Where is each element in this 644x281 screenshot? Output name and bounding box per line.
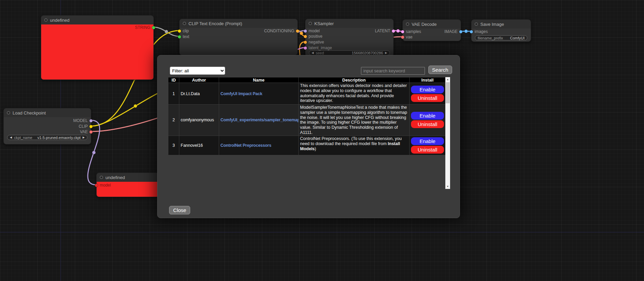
output-slot-image[interactable]: IMAGE [444, 29, 462, 34]
node-clip-text-encode[interactable]: CLIP Text Encode (Prompt) clip text COND… [179, 19, 298, 55]
header-name: Name [219, 77, 299, 83]
slot-dot[interactable] [89, 119, 93, 122]
node-titlebar[interactable]: CLIP Text Encode (Prompt) [180, 19, 297, 28]
table-row: 3 Fannovel16 ControlNet Preprocessors Co… [168, 136, 446, 155]
header-description: Description [299, 77, 410, 83]
node-titlebar[interactable]: undefined [41, 16, 153, 24]
link-dot [134, 104, 137, 108]
slot-dot[interactable] [89, 125, 93, 128]
node-titlebar[interactable]: Load Checkpoint [4, 108, 91, 117]
node-save-image[interactable]: Save Image images filename_prefix ComfyU… [471, 19, 531, 42]
input-slot-model[interactable]: model [95, 183, 111, 188]
node-titlebar[interactable]: VAE Decode [403, 20, 461, 29]
slot-label: vae [406, 35, 412, 39]
seed-widget[interactable]: ◀ seed 156680208700286 ▶ [309, 50, 390, 55]
uninstall-button[interactable]: Uninstall [411, 146, 444, 154]
search-input[interactable] [361, 67, 425, 75]
slot-dot[interactable] [401, 30, 404, 33]
node-collapse-dot-icon[interactable] [183, 22, 186, 25]
slot-dot[interactable] [152, 26, 155, 29]
slot-label: samples [406, 29, 421, 34]
scroll-down-arrow-icon[interactable]: ▼ [445, 184, 450, 189]
node-collapse-dot-icon[interactable] [406, 22, 409, 26]
slot-dot[interactable] [304, 35, 307, 38]
node-collapse-dot-icon[interactable] [100, 176, 103, 179]
node-load-checkpoint[interactable]: Load Checkpoint MODEL CLIP VAE ◀ ckpt_na… [3, 108, 91, 144]
slot-dot[interactable] [89, 130, 93, 134]
node-ksampler[interactable]: KSampler model positive negative latent_… [305, 19, 394, 57]
scrollbar-thumb[interactable] [446, 82, 450, 103]
input-slot-clip[interactable]: clip [178, 29, 189, 33]
table-row: 1 Dr.Lt.Data ComfyUI Impact Pack This ex… [168, 83, 446, 105]
output-slot-latent[interactable]: LATENT [375, 29, 395, 33]
input-slot-positive[interactable]: positive [304, 34, 323, 39]
filter-select[interactable]: Filter: all [170, 67, 225, 75]
slot-dot[interactable] [296, 30, 299, 33]
slot-label: model [309, 29, 320, 33]
slot-dot[interactable] [178, 30, 181, 33]
table-scrollbar[interactable]: ▲ ▼ [445, 77, 450, 189]
enable-button[interactable]: Enable [411, 86, 444, 93]
node-collapse-dot-icon[interactable] [7, 111, 10, 115]
link-dot [165, 30, 168, 33]
scroll-up-arrow-icon[interactable]: ▲ [445, 77, 450, 82]
input-slot-samples[interactable]: samples [401, 29, 421, 34]
uninstall-button[interactable]: Uninstall [411, 120, 444, 128]
slot-dot[interactable] [392, 30, 395, 33]
node-collapse-dot-icon[interactable] [475, 22, 478, 26]
node-title: Load Checkpoint [13, 110, 46, 116]
node-vae-decode[interactable]: VAE Decode samples vae IMAGE [402, 19, 461, 41]
ckpt-name-widget[interactable]: ◀ ckpt_name v1-5-pruned-emaonly.ckpt ▶ [7, 135, 87, 140]
output-slot-conditioning[interactable]: CONDITIONING [264, 29, 299, 33]
extension-link[interactable]: ControlNet Preprocessors [220, 143, 271, 148]
increment-arrow-icon[interactable]: ▶ [385, 52, 387, 54]
extension-id: 1 [168, 83, 179, 105]
widget-label: ckpt_name [14, 136, 35, 140]
input-slot-model[interactable]: model [304, 29, 320, 33]
input-slot-latent-image[interactable]: latent_image [304, 46, 332, 50]
node-collapse-dot-icon[interactable] [309, 22, 312, 25]
slot-dot[interactable] [459, 30, 462, 33]
slot-label: IMAGE [444, 29, 458, 34]
node-undefined-bottom[interactable]: undefined model [96, 173, 159, 197]
extension-table: ID Author Name Description Install 1 Dr.… [168, 77, 446, 155]
widget-label: filename_prefix [478, 36, 508, 40]
search-button[interactable]: Search [428, 66, 452, 74]
output-slot-model[interactable]: MODEL [73, 118, 93, 123]
slot-dot[interactable] [304, 41, 307, 44]
extension-author: comfyanonymous [179, 105, 219, 136]
output-slot-string[interactable]: STRING [135, 25, 155, 30]
slot-dot[interactable] [304, 47, 307, 50]
next-arrow-icon[interactable]: ▶ [83, 136, 85, 139]
decrement-arrow-icon[interactable]: ◀ [312, 52, 314, 54]
slot-label: CLIP [79, 124, 88, 129]
extension-link[interactable]: ComfyUI Impact Pack [220, 91, 262, 96]
header-author: Author [179, 77, 219, 83]
slot-dot[interactable] [95, 184, 98, 187]
node-collapse-dot-icon[interactable] [44, 18, 48, 22]
slot-dot[interactable] [178, 35, 181, 38]
slot-dot[interactable] [470, 30, 473, 33]
slot-dot[interactable] [304, 30, 307, 33]
slot-label: clip [183, 29, 189, 33]
output-slot-clip[interactable]: CLIP [79, 124, 93, 129]
enable-button[interactable]: Enable [411, 112, 444, 120]
node-titlebar[interactable]: Save Image [472, 20, 531, 29]
extension-link[interactable]: ComfyUI_experiments/sampler_tonemap [220, 118, 299, 122]
input-slot-images[interactable]: images [470, 29, 488, 34]
node-titlebar[interactable]: undefined [97, 173, 159, 182]
close-button[interactable]: Close [169, 206, 190, 214]
node-undefined-top[interactable]: undefined STRING [41, 15, 154, 80]
previous-arrow-icon[interactable]: ◀ [10, 136, 12, 139]
input-slot-negative[interactable]: negative [304, 40, 324, 45]
input-slot-vae[interactable]: vae [401, 35, 412, 39]
slot-dot[interactable] [401, 36, 404, 39]
slot-label: negative [309, 40, 324, 45]
input-slot-text[interactable]: text [178, 34, 189, 39]
uninstall-button[interactable]: Uninstall [411, 94, 444, 102]
slot-label: positive [309, 34, 323, 39]
node-titlebar[interactable]: KSampler [306, 19, 393, 28]
enable-button[interactable]: Enable [411, 137, 444, 145]
filename-prefix-widget[interactable]: filename_prefix ComfyUI [475, 35, 527, 40]
output-slot-vae[interactable]: VAE [80, 129, 93, 134]
